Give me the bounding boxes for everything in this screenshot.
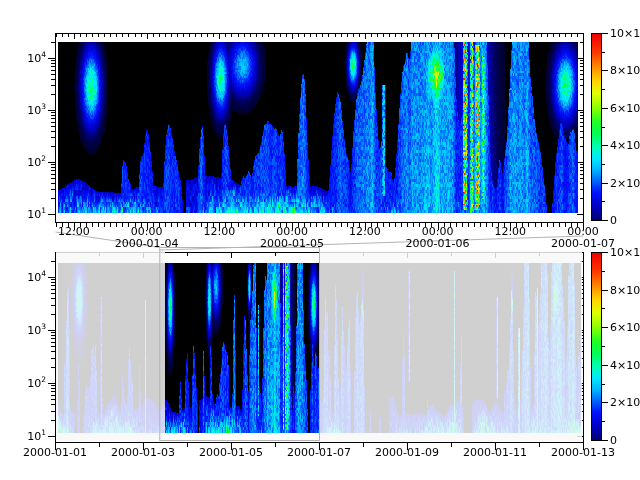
spectrogram-figure: 10110210310412:0000:002000-01-0412:0000:… (0, 0, 640, 480)
spectrogram-plots-canvas (0, 0, 640, 480)
